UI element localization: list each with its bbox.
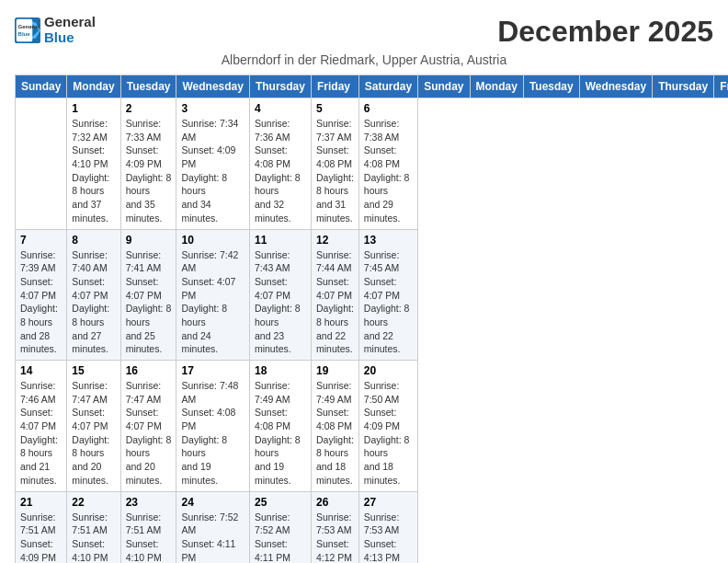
day-number: 11	[255, 234, 306, 247]
calendar-cell: 21Sunrise: 7:51 AM Sunset: 4:09 PM Dayli…	[16, 491, 67, 563]
day-number: 2	[126, 102, 172, 115]
logo-blue: Blue	[44, 30, 96, 46]
day-number: 9	[126, 234, 172, 247]
calendar-cell: 7Sunrise: 7:39 AM Sunset: 4:07 PM Daylig…	[16, 229, 67, 361]
day-info: Sunrise: 7:48 AM Sunset: 4:08 PM Dayligh…	[181, 379, 244, 488]
day-info: Sunrise: 7:39 AM Sunset: 4:07 PM Dayligh…	[20, 248, 62, 357]
page-container: General Blue General Blue December 2025 …	[15, 15, 713, 563]
day-info: Sunrise: 7:53 AM Sunset: 4:12 PM Dayligh…	[316, 511, 354, 564]
day-number: 13	[364, 234, 413, 247]
day-number: 26	[316, 496, 354, 509]
weekday-header: Tuesday	[523, 75, 579, 98]
calendar-cell: 10Sunrise: 7:42 AM Sunset: 4:07 PM Dayli…	[176, 229, 249, 361]
calendar-cell: 12Sunrise: 7:44 AM Sunset: 4:07 PM Dayli…	[311, 229, 358, 361]
day-number: 22	[72, 496, 115, 509]
day-info: Sunrise: 7:51 AM Sunset: 4:10 PM Dayligh…	[72, 511, 115, 564]
day-number: 16	[126, 364, 172, 377]
calendar-cell: 23Sunrise: 7:51 AM Sunset: 4:10 PM Dayli…	[120, 491, 176, 563]
day-number: 19	[316, 364, 354, 377]
logo-icon: General Blue	[15, 17, 40, 43]
weekday-header: Monday	[470, 75, 523, 98]
day-number: 5	[316, 102, 354, 115]
calendar-cell: 11Sunrise: 7:43 AM Sunset: 4:07 PM Dayli…	[249, 229, 311, 361]
calendar-cell: 26Sunrise: 7:53 AM Sunset: 4:12 PM Dayli…	[311, 491, 358, 563]
day-number: 15	[72, 364, 115, 377]
day-info: Sunrise: 7:49 AM Sunset: 4:08 PM Dayligh…	[255, 379, 306, 488]
day-number: 27	[364, 496, 413, 509]
day-info: Sunrise: 7:43 AM Sunset: 4:07 PM Dayligh…	[255, 248, 306, 357]
weekday-header: Sunday	[418, 75, 470, 98]
calendar-week-row: 14Sunrise: 7:46 AM Sunset: 4:07 PM Dayli…	[16, 361, 729, 492]
calendar-cell: 8Sunrise: 7:40 AM Sunset: 4:07 PM Daylig…	[67, 229, 120, 361]
logo-general: General	[44, 15, 96, 30]
calendar-cell: 18Sunrise: 7:49 AM Sunset: 4:08 PM Dayli…	[249, 361, 311, 492]
day-info: Sunrise: 7:33 AM Sunset: 4:09 PM Dayligh…	[126, 117, 172, 225]
calendar-cell: 20Sunrise: 7:50 AM Sunset: 4:09 PM Dayli…	[358, 361, 417, 492]
day-info: Sunrise: 7:53 AM Sunset: 4:13 PM Dayligh…	[364, 511, 413, 564]
day-number: 20	[364, 364, 413, 377]
weekday-header: Sunday	[16, 75, 67, 98]
day-number: 3	[181, 102, 244, 115]
weekday-header: Wednesday	[176, 75, 249, 98]
svg-text:Blue: Blue	[18, 30, 31, 37]
day-info: Sunrise: 7:37 AM Sunset: 4:08 PM Dayligh…	[316, 117, 354, 225]
calendar-week-row: 7Sunrise: 7:39 AM Sunset: 4:07 PM Daylig…	[16, 229, 729, 361]
calendar-cell: 4Sunrise: 7:36 AM Sunset: 4:08 PM Daylig…	[249, 98, 311, 230]
weekday-header: Friday	[311, 75, 358, 98]
calendar-cell: 22Sunrise: 7:51 AM Sunset: 4:10 PM Dayli…	[67, 491, 120, 563]
day-info: Sunrise: 7:45 AM Sunset: 4:07 PM Dayligh…	[364, 248, 413, 357]
calendar-cell: 2Sunrise: 7:33 AM Sunset: 4:09 PM Daylig…	[120, 98, 176, 230]
calendar-cell: 3Sunrise: 7:34 AM Sunset: 4:09 PM Daylig…	[176, 98, 249, 230]
day-info: Sunrise: 7:46 AM Sunset: 4:07 PM Dayligh…	[20, 379, 62, 488]
calendar-cell: 27Sunrise: 7:53 AM Sunset: 4:13 PM Dayli…	[358, 491, 417, 563]
day-number: 17	[181, 364, 244, 377]
calendar-cell: 6Sunrise: 7:38 AM Sunset: 4:08 PM Daylig…	[358, 98, 417, 230]
day-number: 25	[255, 496, 306, 509]
day-info: Sunrise: 7:32 AM Sunset: 4:10 PM Dayligh…	[72, 117, 115, 225]
day-info: Sunrise: 7:49 AM Sunset: 4:08 PM Dayligh…	[316, 379, 354, 488]
weekday-header: Monday	[67, 75, 120, 98]
day-number: 8	[72, 234, 115, 247]
day-info: Sunrise: 7:47 AM Sunset: 4:07 PM Dayligh…	[72, 379, 115, 488]
day-info: Sunrise: 7:52 AM Sunset: 4:11 PM Dayligh…	[255, 511, 306, 564]
day-info: Sunrise: 7:42 AM Sunset: 4:07 PM Dayligh…	[181, 248, 244, 357]
calendar-cell: 9Sunrise: 7:41 AM Sunset: 4:07 PM Daylig…	[120, 229, 176, 361]
day-info: Sunrise: 7:50 AM Sunset: 4:09 PM Dayligh…	[364, 379, 413, 488]
day-info: Sunrise: 7:47 AM Sunset: 4:07 PM Dayligh…	[126, 379, 172, 488]
calendar-cell: 19Sunrise: 7:49 AM Sunset: 4:08 PM Dayli…	[311, 361, 358, 492]
day-number: 6	[364, 102, 413, 115]
day-info: Sunrise: 7:51 AM Sunset: 4:09 PM Dayligh…	[20, 511, 62, 564]
day-number: 4	[255, 102, 306, 115]
weekday-header: Wednesday	[579, 75, 652, 98]
day-number: 18	[255, 364, 306, 377]
calendar-cell	[16, 98, 67, 230]
calendar-cell: 15Sunrise: 7:47 AM Sunset: 4:07 PM Dayli…	[67, 361, 120, 492]
calendar-cell: 25Sunrise: 7:52 AM Sunset: 4:11 PM Dayli…	[249, 491, 311, 563]
calendar-week-row: 1Sunrise: 7:32 AM Sunset: 4:10 PM Daylig…	[16, 98, 729, 230]
calendar-cell: 16Sunrise: 7:47 AM Sunset: 4:07 PM Dayli…	[120, 361, 176, 492]
calendar-cell: 14Sunrise: 7:46 AM Sunset: 4:07 PM Dayli…	[16, 361, 67, 492]
calendar-cell: 5Sunrise: 7:37 AM Sunset: 4:08 PM Daylig…	[311, 98, 358, 230]
calendar-cell: 17Sunrise: 7:48 AM Sunset: 4:08 PM Dayli…	[176, 361, 249, 492]
calendar-header-row: SundayMondayTuesdayWednesdayThursdayFrid…	[16, 75, 729, 98]
day-number: 12	[316, 234, 354, 247]
day-info: Sunrise: 7:51 AM Sunset: 4:10 PM Dayligh…	[126, 511, 172, 564]
location-title: Alberndorf in der Riedmark, Upper Austri…	[15, 52, 713, 67]
day-number: 24	[181, 496, 244, 509]
day-info: Sunrise: 7:36 AM Sunset: 4:08 PM Dayligh…	[255, 117, 306, 225]
calendar-table: SundayMondayTuesdayWednesdayThursdayFrid…	[15, 75, 728, 563]
day-number: 10	[181, 234, 244, 247]
svg-text:General: General	[18, 23, 40, 29]
weekday-header: Saturday	[358, 75, 417, 98]
day-info: Sunrise: 7:34 AM Sunset: 4:09 PM Dayligh…	[181, 117, 244, 225]
calendar-cell: 13Sunrise: 7:45 AM Sunset: 4:07 PM Dayli…	[358, 229, 417, 361]
day-number: 21	[20, 496, 62, 509]
weekday-header: Tuesday	[120, 75, 176, 98]
day-info: Sunrise: 7:41 AM Sunset: 4:07 PM Dayligh…	[126, 248, 172, 357]
weekday-header: Thursday	[653, 75, 714, 98]
month-title: December 2025	[497, 15, 713, 49]
weekday-header: Friday	[714, 75, 728, 98]
calendar-week-row: 21Sunrise: 7:51 AM Sunset: 4:09 PM Dayli…	[16, 491, 729, 563]
day-number: 23	[126, 496, 172, 509]
day-number: 14	[20, 364, 62, 377]
